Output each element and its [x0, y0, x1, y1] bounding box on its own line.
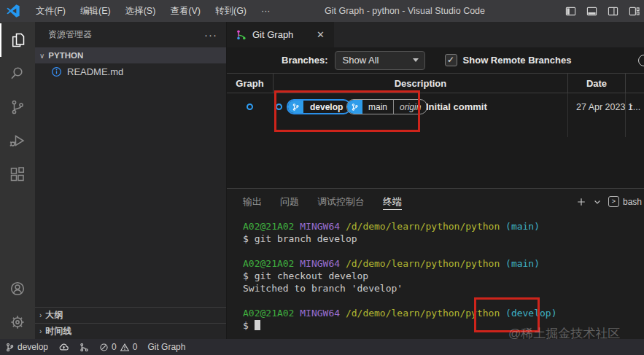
status-branch-name: develop: [18, 342, 48, 352]
extensions-icon[interactable]: [0, 157, 35, 191]
terminal-command-line: $: [243, 319, 644, 332]
tab-terminal[interactable]: 终端: [383, 189, 402, 214]
tab-git-graph[interactable]: Git Graph ✕: [227, 22, 334, 47]
section-label: PYTHON: [48, 51, 83, 60]
outline-section[interactable]: › 大纲: [35, 307, 226, 323]
commit-message: Initial commit: [426, 101, 487, 112]
git-graph-status-text: Git Graph: [147, 342, 185, 352]
status-git-graph-label[interactable]: Git Graph: [142, 339, 190, 355]
terminal-command-line: $ git branch develop: [243, 233, 644, 245]
customize-layout-icon[interactable]: [629, 6, 640, 17]
branches-dropdown-value: Show All: [343, 55, 379, 66]
file-item-readme[interactable]: README.md: [35, 63, 226, 80]
col-header-graph: Graph: [227, 78, 273, 89]
tab-problems[interactable]: 问题: [280, 189, 299, 214]
commit-row[interactable]: develop main origin Initial commit 27 Ap…: [227, 93, 644, 121]
status-git-graph-icon[interactable]: [74, 339, 94, 355]
info-icon: [51, 66, 63, 78]
sidebar-more-icon[interactable]: ···: [204, 28, 217, 41]
remote-branches-label: Show Remote Branches: [463, 55, 572, 66]
file-name: README.md: [67, 66, 123, 77]
vscode-logo-icon: [7, 4, 21, 17]
terminal-dropdown-icon[interactable]: [593, 198, 602, 206]
menu-goto[interactable]: 转到(G): [208, 0, 254, 22]
panel-actions: > bash: [576, 189, 642, 214]
menu-bar: 文件(F) 编辑(E) 选择(S) 查看(V) 转到(G) ···: [28, 0, 278, 22]
terminal-cursor: [255, 320, 260, 330]
branch-icon: [347, 100, 362, 114]
branch-name: main: [362, 102, 393, 112]
toggle-panel-icon[interactable]: [586, 6, 597, 17]
column-divider: [625, 93, 626, 137]
shell-label: bash: [623, 197, 642, 207]
sidebar-section-python[interactable]: ∨ PYTHON: [35, 47, 226, 63]
chevron-down-icon: [413, 58, 419, 62]
tab-debug-console[interactable]: 调试控制台: [317, 189, 365, 214]
remote-branches-checkbox[interactable]: ✓: [445, 54, 457, 66]
accounts-icon[interactable]: [0, 272, 35, 305]
chevron-right-icon: ›: [39, 311, 42, 319]
explorer-icon[interactable]: [0, 23, 35, 57]
timeline-section[interactable]: › 时间线: [35, 323, 226, 339]
close-icon[interactable]: ✕: [314, 28, 327, 41]
terminal-output[interactable]: A02@21A02 MINGW64 /d/demo/learn/python/p…: [227, 214, 644, 339]
col-header-description: Description: [273, 74, 567, 93]
branches-label: Branches:: [282, 55, 328, 66]
activity-bar: [0, 22, 35, 339]
new-terminal-icon[interactable]: [576, 197, 586, 207]
menu-more[interactable]: ···: [254, 0, 278, 22]
search-icon[interactable]: [0, 57, 35, 90]
toggle-secondary-sidebar-icon[interactable]: [608, 6, 618, 17]
branch-name: develop: [303, 102, 349, 112]
refresh-icon[interactable]: [638, 55, 644, 66]
menu-selection[interactable]: 选择(S): [118, 0, 163, 22]
menu-file[interactable]: 文件(F): [28, 0, 73, 22]
timeline-label: 时间线: [45, 325, 71, 338]
branch-label-main-origin[interactable]: main origin: [346, 99, 427, 114]
tab-label: Git Graph: [252, 29, 293, 40]
tab-output[interactable]: 输出: [243, 189, 262, 214]
terminal-output-line: Switched to branch 'develop': [243, 282, 644, 294]
toggle-sidebar-icon[interactable]: [565, 6, 576, 17]
sidebar-bottom-sections: › 大纲 › 时间线: [35, 307, 226, 339]
menu-view[interactable]: 查看(V): [163, 0, 208, 22]
sidebar-title: 资源管理器: [48, 28, 92, 41]
title-bar: 文件(F) 编辑(E) 选择(S) 查看(V) 转到(G) ··· Git Gr…: [0, 0, 644, 22]
menu-edit[interactable]: 编辑(E): [73, 0, 118, 22]
sidebar-explorer: 资源管理器 ··· ∨ PYTHON README.md › 大纲 › 时间线: [35, 22, 226, 339]
terminal-prompt-line: A02@21A02 MINGW64 /d/demo/learn/python/p…: [243, 220, 644, 233]
status-problems[interactable]: 0 0: [94, 339, 142, 355]
settings-gear-icon[interactable]: [0, 305, 35, 339]
chevron-down-icon: ∨: [39, 52, 44, 60]
terminal-icon: >: [608, 196, 619, 207]
commit-node-icon: [247, 104, 253, 110]
panel-tab-bar: 输出 问题 调试控制台 终端 > bash: [227, 189, 644, 214]
status-bar: develop 0 0 Git Graph: [0, 339, 644, 355]
chevron-right-icon: ›: [39, 327, 42, 335]
layout-controls: [565, 0, 640, 22]
error-count: 0: [112, 342, 117, 352]
git-graph-view: Branches: Show All ✓ Show Remote Branche…: [227, 47, 644, 188]
commit-table-header: Graph Description Date: [227, 73, 644, 93]
terminal-command-line: $ git checkout develop: [243, 270, 644, 282]
branch-icon: [288, 101, 303, 113]
col-header-rest: [625, 74, 644, 93]
warning-count: 0: [133, 342, 138, 352]
terminal-prompt-line: A02@21A02 MINGW64 /d/demo/learn/python/p…: [243, 307, 644, 319]
remote-name: origin: [394, 102, 427, 112]
run-debug-icon[interactable]: [0, 124, 35, 157]
branch-label-develop[interactable]: develop: [287, 99, 351, 114]
source-control-icon[interactable]: [0, 90, 35, 124]
activity-bar-spacer: [0, 191, 35, 272]
bottom-panel: 输出 问题 调试控制台 终端 > bash: [227, 188, 644, 339]
branches-dropdown[interactable]: Show All: [335, 51, 425, 70]
terminal-instance-bash[interactable]: > bash: [608, 196, 642, 207]
outline-label: 大纲: [45, 309, 63, 321]
column-divider: [567, 93, 568, 137]
publish-changes-icon[interactable]: [53, 339, 74, 355]
col-header-date: Date: [567, 74, 625, 93]
commit-node-icon: [276, 104, 282, 110]
terminal-blank-line: [243, 245, 644, 257]
status-branch[interactable]: develop: [0, 339, 53, 355]
terminal-blank-line: [243, 294, 644, 307]
